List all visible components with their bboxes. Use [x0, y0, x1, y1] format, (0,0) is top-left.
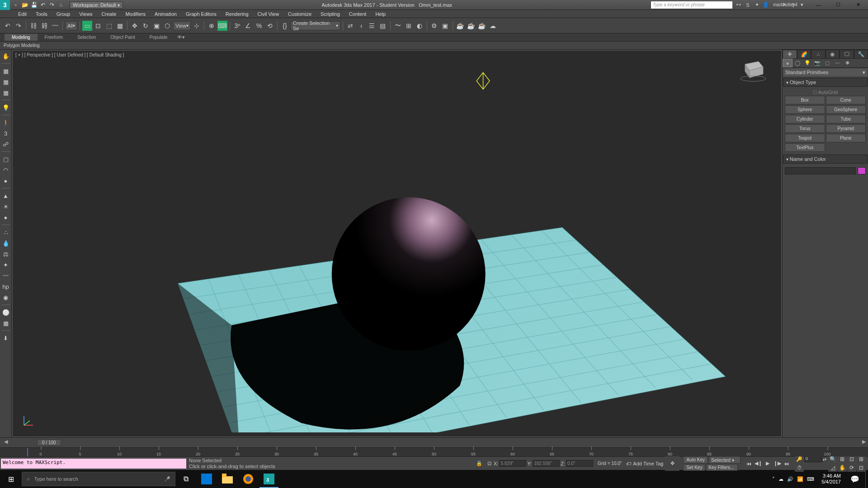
- cone-icon[interactable]: ▲: [1, 191, 10, 200]
- tab-display[interactable]: 🖵: [840, 50, 854, 59]
- app-explorer[interactable]: [217, 470, 238, 488]
- menu-rendering[interactable]: Rendering: [221, 10, 253, 18]
- mic-icon[interactable]: 🎤: [164, 476, 170, 482]
- fov-button[interactable]: ◿: [828, 464, 837, 472]
- selection-filter[interactable]: All ▾: [65, 21, 77, 30]
- tab-motion[interactable]: ◉: [826, 50, 840, 59]
- frame-spinner-icon[interactable]: ▴▾: [823, 457, 826, 461]
- taskbar-search[interactable]: ○ Type here to search 🎤: [22, 472, 175, 486]
- object-type-header[interactable]: ▾ Object Type: [783, 78, 868, 87]
- sub-lights[interactable]: 💡: [802, 59, 812, 67]
- grass-icon[interactable]: 〰: [1, 271, 10, 280]
- move-button[interactable]: ✥: [130, 21, 140, 31]
- rotate-button[interactable]: ↻: [141, 21, 151, 31]
- tab-modify[interactable]: 🌈: [797, 50, 811, 59]
- material-editor-button[interactable]: ◐: [415, 21, 425, 31]
- add-time-tag[interactable]: Add Time Tag: [633, 461, 663, 466]
- render-setup-button[interactable]: ⚙: [429, 21, 439, 31]
- redo-button[interactable]: ↷: [14, 21, 24, 31]
- prev-frame-button[interactable]: ◀❙: [754, 460, 763, 468]
- tray-up-icon[interactable]: ˄: [772, 476, 775, 482]
- tab-create[interactable]: ✚: [783, 50, 797, 59]
- toggle-ribbon-button[interactable]: ▤: [378, 21, 388, 31]
- pyramid-button[interactable]: Pyramid: [826, 124, 866, 133]
- current-frame-field[interactable]: 0: [804, 456, 822, 462]
- dome-icon[interactable]: ◠: [1, 165, 10, 174]
- bind-button[interactable]: 〰: [50, 21, 60, 31]
- textplus-button[interactable]: TextPlus: [785, 143, 825, 152]
- swatch-icon[interactable]: ▦: [1, 319, 10, 328]
- torus-button[interactable]: Torus: [785, 124, 825, 133]
- keyboard-shortcut-button[interactable]: ⌨: [217, 21, 227, 31]
- time-slider-knob[interactable]: 0 / 100: [37, 439, 61, 446]
- show-desktop-button[interactable]: [865, 470, 868, 488]
- start-button[interactable]: ⊞: [0, 470, 22, 488]
- menu-views[interactable]: Views: [75, 10, 97, 18]
- cone-button[interactable]: Cone: [826, 96, 866, 104]
- help-icon[interactable]: ?: [789, 2, 797, 8]
- render-production-button[interactable]: ☕: [455, 21, 465, 31]
- timetag-icon[interactable]: 🏷: [626, 461, 631, 466]
- new-icon[interactable]: ▫: [12, 1, 20, 9]
- sub-spacewarps[interactable]: 〰: [832, 59, 842, 67]
- name-color-header[interactable]: ▾ Name and Color: [783, 155, 868, 164]
- bones-icon[interactable]: ☍: [1, 140, 10, 149]
- menu-edit[interactable]: Edit: [14, 10, 31, 18]
- manipulate-button[interactable]: ⊕: [207, 21, 217, 31]
- signin-icon[interactable]: 👤: [762, 2, 769, 8]
- pivot-button[interactable]: ⊹: [192, 21, 202, 31]
- menu-content[interactable]: Content: [344, 10, 371, 18]
- project-icon[interactable]: ⛬: [57, 1, 65, 9]
- menu-customize[interactable]: Customize: [283, 10, 316, 18]
- search-go-icon[interactable]: 👓: [735, 2, 742, 8]
- tab-modeling[interactable]: Modeling: [5, 34, 38, 41]
- app-3dsmax[interactable]: 3: [259, 470, 279, 488]
- select-object-button[interactable]: ▭: [82, 21, 92, 31]
- menu-grapheditors[interactable]: Graph Editors: [181, 10, 221, 18]
- person-icon[interactable]: 🚶: [1, 118, 10, 127]
- app-logo[interactable]: 3: [0, 0, 10, 10]
- redo-icon[interactable]: ↷: [48, 1, 56, 9]
- render-online-button[interactable]: ☁: [488, 21, 498, 31]
- create-category-dropdown[interactable]: Standard Primitives▾: [783, 69, 867, 76]
- stone-icon[interactable]: ◉: [1, 293, 10, 302]
- unlink-button[interactable]: ⛓̸: [39, 21, 49, 31]
- sphere-yellow-icon[interactable]: ●: [1, 176, 10, 185]
- tray-onedrive-icon[interactable]: ☁: [778, 476, 783, 482]
- menu-create[interactable]: Create: [97, 10, 121, 18]
- tab-freeform[interactable]: Freeform: [38, 34, 71, 41]
- hp-icon[interactable]: hp: [1, 282, 10, 291]
- layer-explorer-button[interactable]: ☰: [367, 21, 377, 31]
- exchange-icon[interactable]: ✦: [753, 2, 760, 8]
- sphere2-icon[interactable]: ●: [1, 213, 10, 222]
- keyfilters-button[interactable]: Key Filters...: [706, 464, 738, 471]
- setkey-button[interactable]: Set Key: [683, 464, 705, 471]
- notifications-button[interactable]: 💬: [844, 470, 865, 488]
- viewcube[interactable]: [736, 55, 768, 82]
- render-activeshade-button[interactable]: ☕: [477, 21, 487, 31]
- select-window-button[interactable]: ▦: [115, 21, 125, 31]
- ribbon-eye-icon[interactable]: 👁▾: [175, 34, 187, 40]
- menu-scripting[interactable]: Scripting: [316, 10, 344, 18]
- menu-modifiers[interactable]: Modifiers: [121, 10, 150, 18]
- tray-volume-icon[interactable]: 🔊: [787, 476, 793, 482]
- scroll-right-icon[interactable]: ▶: [860, 439, 868, 447]
- sub-helpers[interactable]: ▢: [822, 59, 832, 67]
- teapot-button[interactable]: Teapot: [785, 134, 825, 142]
- spinner-snap-button[interactable]: ⟲: [265, 21, 275, 31]
- time-config-icon[interactable]: ⏱: [795, 464, 804, 472]
- maximize-button[interactable]: ☐: [828, 0, 848, 10]
- perspective-viewport[interactable]: [ + ] [ Perspective ] [ User Defined ] […: [12, 50, 782, 437]
- minimize-button[interactable]: —: [808, 0, 828, 10]
- rendered-frame-button[interactable]: ▣: [440, 21, 450, 31]
- menu-group[interactable]: Group: [52, 10, 75, 18]
- plane-button[interactable]: Plane: [826, 134, 866, 142]
- tray-keyboard-icon[interactable]: ⌨: [807, 476, 814, 482]
- tab-objectpaint[interactable]: Object Paint: [103, 34, 142, 41]
- undo-icon[interactable]: ↶: [39, 1, 47, 9]
- menu-civilview[interactable]: Civil View: [253, 10, 283, 18]
- grid3-icon[interactable]: ▦: [1, 88, 10, 97]
- close-button[interactable]: ✕: [848, 0, 868, 10]
- tube-button[interactable]: Tube: [826, 115, 866, 123]
- y-field[interactable]: 182.556": [533, 460, 560, 467]
